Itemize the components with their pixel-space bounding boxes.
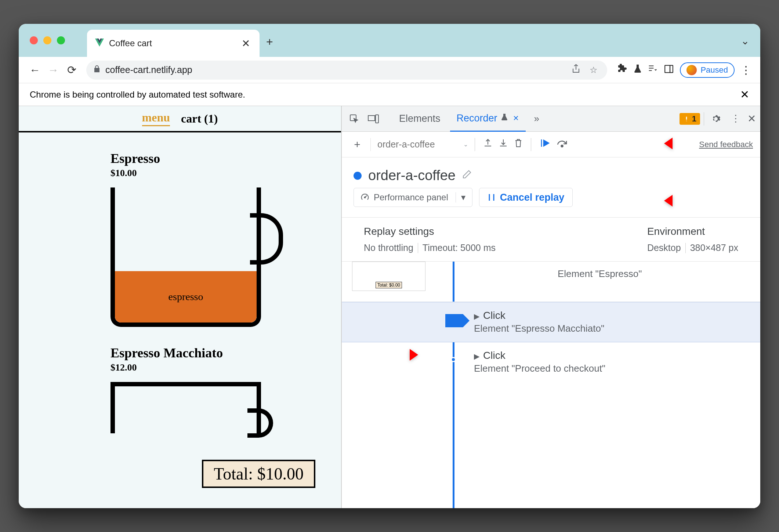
step-subtitle: Element "Espresso Macchiato" [474,323,604,334]
kebab-menu-icon[interactable]: ⋮ [728,111,744,127]
recording-header: order-a-coffee [342,157,760,188]
forward-button[interactable]: → [46,63,61,77]
svg-rect-2 [368,116,375,121]
nav-menu-link[interactable]: menu [142,111,170,126]
total-badge[interactable]: Total: $10.00 [202,460,315,488]
delete-icon[interactable] [512,139,524,150]
window-controls [30,36,65,44]
product-price: $10.00 [110,168,341,179]
tab-strip: Coffee cart ✕ + ⌄ [19,24,760,57]
back-button[interactable]: ← [28,63,42,77]
profile-paused-button[interactable]: Paused [680,62,735,78]
extensions-icon[interactable] [617,64,627,76]
product-price: $12.00 [110,362,341,373]
chevron-down-icon[interactable]: ▾ [456,192,465,203]
recording-status-dot [354,172,362,180]
devtools-tabs: Elements Recorder ✕ » 1 [342,106,760,132]
more-tabs-icon[interactable]: » [529,111,545,127]
chrome-menu-icon[interactable]: ⋮ [740,63,751,76]
browser-tab[interactable]: Coffee cart ✕ [87,30,260,57]
minimize-window-button[interactable] [43,36,51,44]
recording-select-input[interactable] [376,138,460,151]
product-espresso: Espresso $10.00 espresso [110,151,341,331]
viewport-value[interactable]: 380×487 px [690,243,738,253]
lab-flask-icon[interactable] [634,64,642,76]
throttling-value[interactable]: No throttling [364,243,413,253]
reading-list-icon[interactable] [648,64,658,76]
paused-label: Paused [700,65,728,75]
step-over-icon[interactable] [555,139,570,150]
page-viewport: menu cart (1) Espresso $10.00 espresso [19,106,342,508]
step-thumbnail: Total: $0.00 [352,262,425,291]
avatar [686,65,697,75]
coffee-cup-icon[interactable] [110,382,261,433]
recording-actions: Performance panel ▾ Cancel replay [342,188,760,217]
timeout-value[interactable]: Timeout: 5000 ms [423,243,496,253]
add-recording-icon[interactable]: + [349,136,365,153]
cancel-replay-button[interactable]: Cancel replay [479,188,573,207]
steps-timeline: Total: $0.00 ▶ Element "Espresso" ▶Click… [342,262,760,508]
extension-icons [617,64,673,76]
app-nav: menu cart (1) [19,106,341,132]
tab-elements[interactable]: Elements [392,106,447,132]
close-tab-icon[interactable]: ✕ [239,37,253,50]
coffee-cup-icon[interactable]: espresso [110,187,272,331]
device-value[interactable]: Desktop [647,243,681,253]
toolbar: ← → ⟳ coffee-cart.netlify.app ☆ [19,57,760,83]
step-subtitle: Element "Espresso" [558,268,642,280]
svg-rect-0 [665,65,673,73]
automation-banner: Chrome is being controlled by automated … [19,83,760,106]
close-tab-icon[interactable]: ✕ [513,114,519,123]
nav-cart-link[interactable]: cart (1) [181,112,218,125]
new-tab-button[interactable]: + [266,35,273,49]
step-subtitle: Element "Proceed to checkout" [474,363,605,374]
close-devtools-icon[interactable]: ✕ [747,113,756,125]
svg-point-5 [561,145,563,147]
tab-title: Coffee cart [109,38,233,48]
replay-icon[interactable] [538,138,552,150]
url-text: coffee-cart.netlify.app [105,65,565,75]
svg-rect-3 [376,115,378,123]
annotation-arrow-icon [663,133,693,155]
side-panel-icon[interactable] [664,64,673,76]
send-feedback-link[interactable]: Send feedback [699,140,753,149]
tab-recorder[interactable]: Recorder ✕ [450,106,526,132]
devtools-panel: Elements Recorder ✕ » 1 [342,106,760,508]
address-bar[interactable]: coffee-cart.netlify.app ☆ [86,61,607,80]
step-row[interactable]: Total: $0.00 ▶ Element "Espresso" [342,262,760,302]
step-dot-icon [451,357,456,362]
bookmark-icon[interactable]: ☆ [587,65,600,75]
environment-settings: Environment Desktop 380×487 px [647,226,738,253]
annotation-arrow-icon [390,345,419,367]
banner-close-icon[interactable]: ✕ [740,88,749,101]
expand-caret-icon[interactable]: ▶ [474,352,479,361]
maximize-window-button[interactable] [57,36,65,44]
tab-search-icon[interactable]: ⌄ [741,35,749,47]
product-name: Espresso Macchiato [110,345,341,361]
expand-caret-icon[interactable]: ▶ [474,312,479,321]
import-icon[interactable] [497,139,510,150]
step-row-current[interactable]: ▶Click Element "Espresso Macchiato" [342,302,760,342]
settings-gear-icon[interactable] [708,111,724,127]
coffee-fill-label: espresso [169,291,203,303]
issues-badge[interactable]: 1 [680,113,700,125]
close-window-button[interactable] [30,36,38,44]
annotation-arrow-icon [663,190,693,212]
replay-settings: Replay settings No throttling Timeout: 5… [364,226,496,253]
reload-button[interactable]: ⟳ [64,63,79,77]
settings-row: Replay settings No throttling Timeout: 5… [342,217,760,262]
browser-window: Coffee cart ✕ + ⌄ ← → ⟳ coffee-cart.netl… [19,24,760,508]
product-list: Espresso $10.00 espresso Espresso Macchi… [19,132,341,433]
share-icon[interactable] [570,64,582,76]
content-area: menu cart (1) Espresso $10.00 espresso [19,106,760,508]
recording-name: order-a-coffee [368,168,456,183]
chevron-down-icon[interactable]: ⌄ [463,141,468,148]
performance-panel-button[interactable]: Performance panel ▾ [354,188,472,207]
device-toolbar-icon[interactable] [365,111,381,127]
product-name: Espresso [110,151,341,166]
svg-point-6 [365,197,366,198]
inspect-element-icon[interactable] [346,111,362,127]
export-icon[interactable] [482,139,494,150]
edit-pencil-icon[interactable] [462,170,472,182]
vue-icon [95,39,104,48]
